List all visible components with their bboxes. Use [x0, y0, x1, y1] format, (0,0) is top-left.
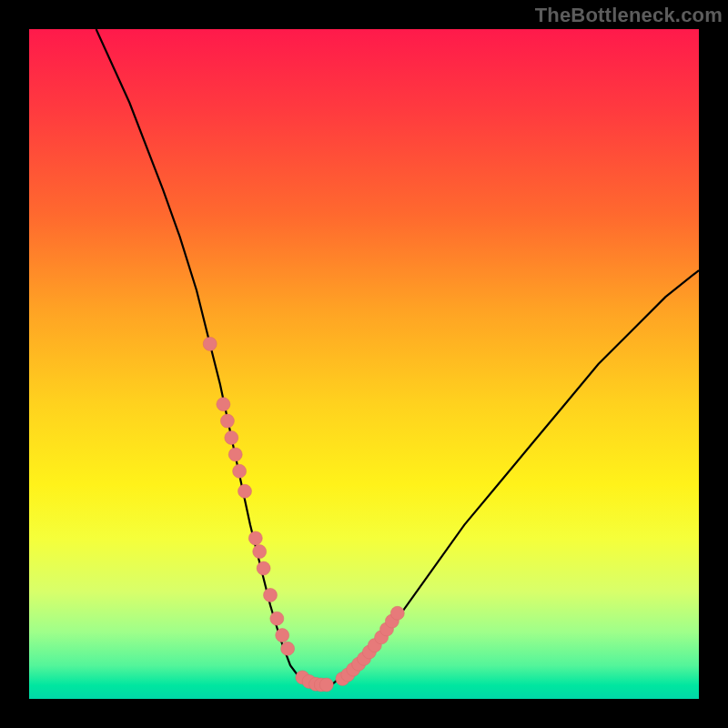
marker-dot — [238, 484, 252, 498]
marker-dot — [233, 464, 247, 478]
marker-dot — [319, 678, 333, 692]
marker-dot — [228, 448, 242, 461]
marker-dot — [264, 588, 278, 602]
marker-dot — [270, 612, 284, 625]
marker-dot — [257, 561, 270, 575]
marker-layer — [203, 337, 404, 692]
marker-dot — [253, 545, 267, 559]
watermark-text: TheBottleneck.com — [535, 4, 723, 27]
marker-dot — [203, 337, 217, 350]
marker-dot — [220, 414, 234, 428]
chart-frame: TheBottleneck.com — [0, 0, 728, 728]
bottleneck-curve — [96, 29, 699, 685]
plot-area — [29, 29, 699, 699]
marker-dot — [225, 431, 238, 445]
marker-dot — [217, 398, 230, 411]
marker-dot — [248, 531, 262, 545]
marker-dot — [390, 606, 404, 620]
chart-svg — [29, 29, 699, 699]
marker-dot — [281, 642, 295, 655]
marker-dot — [276, 629, 289, 642]
